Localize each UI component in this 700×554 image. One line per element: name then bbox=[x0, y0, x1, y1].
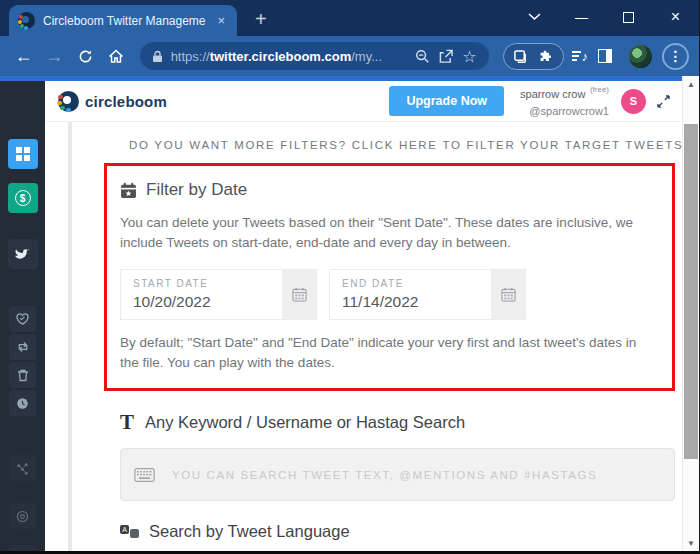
user-info[interactable]: sparrow crow (free) @sparrowcrow1 bbox=[520, 83, 609, 118]
zoom-out-icon[interactable] bbox=[415, 49, 430, 64]
pinned-extensions-group bbox=[503, 43, 564, 70]
browser-profile-avatar[interactable] bbox=[629, 45, 652, 68]
scrollbar-thumb[interactable] bbox=[684, 124, 698, 459]
brand-name: circleboom bbox=[85, 93, 167, 110]
app-header: circleboom Upgrade Now sparrow crow (fre… bbox=[45, 81, 682, 122]
filter-by-date-title: Filter by Date bbox=[146, 180, 247, 200]
end-date-calendar-button[interactable] bbox=[491, 270, 525, 319]
heart-icon bbox=[16, 313, 29, 325]
date-range-row: START DATE 10/20/2022 END DATE bbox=[120, 269, 656, 320]
dollar-circle-icon: $ bbox=[15, 190, 31, 206]
minimize-button[interactable]: — bbox=[558, 0, 605, 34]
keyword-search-placeholder: YOU CAN SEARCH TWEET TEXT, @MENTIONS AND… bbox=[172, 469, 597, 481]
filter-by-date-description: You can delete your Tweets based on thei… bbox=[120, 213, 656, 254]
calendar-picker-icon bbox=[501, 287, 516, 302]
more-filters-banner[interactable]: DO YOU WANT MORE FILTERS? CLICK HERE TO … bbox=[104, 130, 675, 163]
end-date-label: END DATE bbox=[342, 278, 491, 289]
forward-button[interactable]: → bbox=[41, 43, 68, 70]
web-page: $ bbox=[0, 76, 699, 551]
upgrade-now-button[interactable]: Upgrade Now bbox=[389, 86, 504, 116]
sidebar-item-target[interactable] bbox=[9, 503, 36, 529]
screenshot-extension-icon[interactable] bbox=[513, 49, 528, 64]
browser-window: Circleboom Twitter Management × + — × ← … bbox=[0, 0, 700, 554]
maximize-button[interactable] bbox=[605, 0, 652, 34]
text-T-icon: T bbox=[120, 412, 134, 433]
sidebar-item-retweets[interactable] bbox=[9, 334, 36, 360]
bookmark-star-icon[interactable]: ☆ bbox=[462, 47, 476, 66]
sidebar-item-dashboard[interactable] bbox=[8, 139, 38, 169]
retweet-icon bbox=[16, 341, 30, 353]
scrollbar-up-arrow[interactable]: ▲ bbox=[683, 76, 699, 92]
url-path: /my... bbox=[351, 49, 382, 64]
start-date-field[interactable]: START DATE 10/20/2022 bbox=[120, 269, 317, 320]
start-date-value: 10/20/2022 bbox=[133, 293, 282, 311]
playlist-extension-icon[interactable]: ♪ bbox=[572, 49, 588, 64]
tab-close-icon[interactable]: × bbox=[214, 12, 228, 29]
annotation-red-box: Filter by Date You can delete your Tweet… bbox=[104, 163, 675, 391]
page-content: DO YOU WANT MORE FILTERS? CLICK HERE TO … bbox=[45, 122, 682, 541]
new-tab-button[interactable]: + bbox=[255, 9, 267, 29]
user-plan-badge: (free) bbox=[590, 85, 609, 94]
sidebar-item-billing[interactable]: $ bbox=[8, 183, 38, 213]
banner-text: DO YOU WANT MORE FILTERS? CLICK HERE TO … bbox=[129, 139, 682, 151]
extensions-puzzle-icon[interactable] bbox=[539, 49, 554, 64]
sidebar-item-more[interactable] bbox=[9, 545, 36, 551]
split-view-extension-icon[interactable] bbox=[598, 49, 612, 63]
home-button[interactable] bbox=[103, 43, 130, 70]
filter-by-date-note: By default; "Start Date" and "End Date" … bbox=[120, 333, 656, 374]
trash-icon bbox=[17, 369, 29, 382]
inner-scrollbar[interactable] bbox=[68, 122, 72, 551]
main-panel: circleboom Upgrade Now sparrow crow (fre… bbox=[45, 81, 682, 551]
keyword-search-input[interactable]: YOU CAN SEARCH TWEET TEXT, @MENTIONS AND… bbox=[120, 448, 675, 501]
network-icon bbox=[16, 462, 29, 475]
browser-menu-button[interactable]: ⋮ bbox=[662, 43, 689, 70]
sidebar-item-twitter[interactable] bbox=[8, 239, 38, 269]
twitter-bird-icon bbox=[15, 248, 30, 261]
sidebar-item-delete-tweets[interactable] bbox=[9, 362, 36, 388]
share-icon[interactable] bbox=[438, 49, 454, 64]
user-avatar[interactable]: S bbox=[621, 89, 646, 114]
page-scrollbar[interactable]: ▲ ▼ bbox=[682, 76, 699, 551]
browser-toolbar: ← → https://twitter.circleboom.com/my...… bbox=[0, 36, 699, 76]
user-name: sparrow crow bbox=[520, 88, 585, 100]
url-scheme: https:// bbox=[171, 49, 210, 64]
calendar-icon bbox=[120, 182, 137, 199]
circleboom-logo-icon bbox=[58, 91, 79, 112]
end-date-value: 11/14/2022 bbox=[342, 293, 491, 311]
language-section-title: Search by Tweet Language bbox=[149, 522, 350, 541]
user-handle: @sparrowcrow1 bbox=[520, 104, 609, 118]
calendar-picker-icon bbox=[292, 287, 307, 302]
sidebar-item-schedule[interactable] bbox=[9, 390, 36, 416]
filter-by-date-title-row: Filter by Date bbox=[120, 180, 656, 200]
close-window-button[interactable]: × bbox=[652, 0, 699, 34]
tab-title: Circleboom Twitter Management bbox=[43, 14, 206, 28]
end-date-field[interactable]: END DATE 11/14/2022 bbox=[329, 269, 526, 320]
start-date-calendar-button[interactable] bbox=[282, 270, 316, 319]
circleboom-favicon-icon bbox=[18, 12, 35, 29]
grid-icon bbox=[16, 147, 30, 161]
language-icon: A bbox=[120, 525, 139, 538]
tab-strip: Circleboom Twitter Management × + — × bbox=[0, 0, 699, 36]
keyboard-icon bbox=[134, 468, 155, 482]
language-section-title-row: A Search by Tweet Language bbox=[120, 522, 675, 541]
browser-tab[interactable]: Circleboom Twitter Management × bbox=[9, 5, 237, 36]
start-date-label: START DATE bbox=[133, 278, 282, 289]
back-button[interactable]: ← bbox=[10, 43, 37, 70]
url-host: twitter.circleboom.com bbox=[210, 49, 352, 64]
app-sidebar: $ bbox=[0, 81, 45, 551]
clock-icon bbox=[16, 397, 29, 410]
window-controls: — × bbox=[511, 0, 699, 34]
sidebar-item-likes[interactable] bbox=[9, 306, 36, 332]
address-bar[interactable]: https://twitter.circleboom.com/my... ☆ bbox=[140, 42, 489, 70]
expand-icon[interactable] bbox=[657, 95, 670, 108]
circleboom-logo[interactable]: circleboom bbox=[58, 91, 167, 112]
reload-button[interactable] bbox=[72, 43, 99, 70]
sidebar-item-connections[interactable] bbox=[9, 455, 36, 481]
keyword-search-title: Any Keyword / Username or Hastag Search bbox=[145, 413, 465, 432]
keyword-search-title-row: T Any Keyword / Username or Hastag Searc… bbox=[120, 412, 675, 433]
scrollbar-down-arrow[interactable]: ▼ bbox=[683, 535, 699, 551]
url-text: https://twitter.circleboom.com/my... bbox=[171, 49, 408, 64]
lock-icon bbox=[152, 50, 163, 63]
target-circle-icon bbox=[16, 510, 29, 523]
tab-search-chevron-icon[interactable] bbox=[511, 0, 558, 34]
